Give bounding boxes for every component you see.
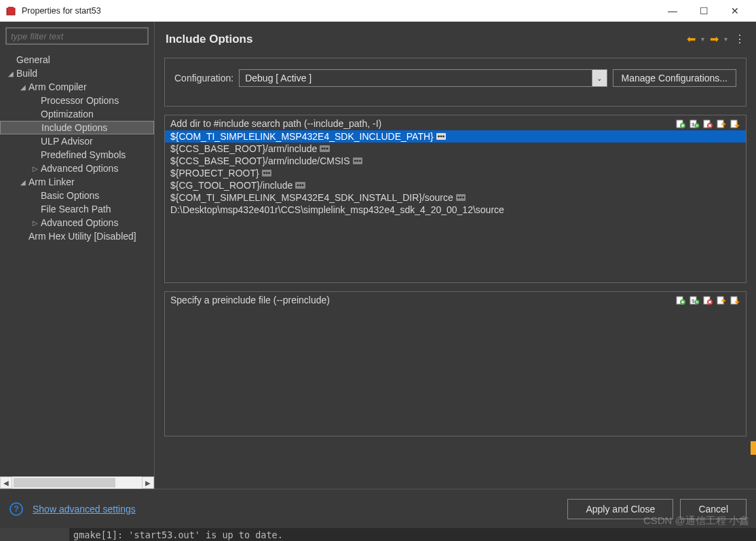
delete-icon[interactable] bbox=[702, 295, 713, 305]
nav-forward-menu[interactable]: ▾ bbox=[724, 35, 727, 43]
sidebar: General◢Build◢Arm CompilerProcessor Opti… bbox=[0, 22, 155, 489]
list-item-text: ${COM_TI_SIMPLELINK_MSP432E4_SDK_INCLUDE… bbox=[170, 131, 434, 142]
tree-item[interactable]: Basic Options bbox=[0, 189, 154, 202]
help-icon[interactable]: ? bbox=[10, 502, 23, 516]
tree-item-label: Processor Options bbox=[41, 95, 119, 106]
add-variable-icon[interactable]: $ bbox=[689, 295, 700, 305]
list-item[interactable]: ${COM_TI_SIMPLELINK_MSP432E4_SDK_INSTALL… bbox=[165, 191, 746, 204]
tree-item[interactable]: ◢Build bbox=[0, 67, 154, 80]
move-up-icon[interactable] bbox=[716, 295, 727, 305]
expand-arrow-icon[interactable]: ◢ bbox=[19, 179, 27, 186]
tree-item-label: Advanced Options bbox=[41, 217, 118, 228]
browse-badge-icon: ▪▪▪ bbox=[320, 145, 330, 152]
list-item-text: ${COM_TI_SIMPLELINK_MSP432E4_SDK_INSTALL… bbox=[170, 192, 453, 203]
tree-item[interactable]: ▷Advanced Options bbox=[0, 216, 154, 229]
preinclude-list[interactable] bbox=[165, 307, 746, 436]
tree-item-label: ULP Advisor bbox=[41, 136, 93, 147]
nav-back-menu[interactable]: ▾ bbox=[701, 35, 704, 43]
close-button[interactable]: ✕ bbox=[719, 0, 751, 22]
configuration-value: Debug [ Active ] bbox=[239, 69, 592, 87]
tree-item[interactable]: File Search Path bbox=[0, 202, 154, 216]
tree-item[interactable]: Optimization bbox=[0, 107, 154, 121]
tree-item-label: Build bbox=[16, 68, 37, 79]
expand-arrow-icon[interactable]: ◢ bbox=[7, 70, 15, 77]
expand-arrow-icon[interactable]: ◢ bbox=[19, 83, 27, 91]
add-variable-icon[interactable]: $ bbox=[689, 118, 700, 129]
svg-text:$: $ bbox=[692, 122, 695, 128]
svg-rect-0 bbox=[7, 8, 15, 15]
configuration-group: Configuration: Debug [ Active ] ⌄ Manage… bbox=[164, 58, 746, 107]
tree-item-label: Arm Compiler bbox=[29, 81, 87, 92]
filter-box[interactable] bbox=[5, 27, 149, 45]
tree-item-label: Include Options bbox=[41, 122, 107, 133]
tree-item[interactable]: ◢Arm Linker bbox=[0, 175, 154, 189]
svg-rect-2 bbox=[8, 7, 14, 9]
list-item-text: D:\Desktop\msp432e401r\CCS\simplelink_ms… bbox=[170, 204, 504, 215]
maximize-button[interactable]: ☐ bbox=[688, 0, 719, 22]
list-item-text: ${CCS_BASE_ROOT}/arm/include bbox=[170, 143, 317, 154]
dialog-footer: ? Show advanced settings Apply and Close… bbox=[0, 489, 756, 528]
nav-back-icon[interactable]: ⬅ bbox=[684, 31, 698, 47]
console-text: gmake[1]: 'start53.out' is up to date. bbox=[69, 529, 283, 540]
list-item[interactable]: ${PROJECT_ROOT}▪▪▪ bbox=[165, 167, 746, 179]
add-icon[interactable] bbox=[675, 118, 686, 129]
tree-item-label: File Search Path bbox=[41, 204, 111, 214]
tree-item[interactable]: ULP Advisor bbox=[0, 134, 154, 148]
scroll-right-button[interactable]: ▶ bbox=[142, 477, 154, 489]
minimize-button[interactable]: — bbox=[657, 0, 688, 22]
tree-item-label: Arm Hex Utility [Disabled] bbox=[29, 231, 136, 242]
page-title: Include Options bbox=[166, 33, 683, 46]
move-down-icon[interactable] bbox=[730, 295, 740, 305]
tree-item[interactable]: Processor Options bbox=[0, 94, 154, 107]
tree-item[interactable]: General bbox=[0, 53, 154, 67]
list-item[interactable]: ${COM_TI_SIMPLELINK_MSP432E4_SDK_INCLUDE… bbox=[165, 130, 746, 143]
browse-badge-icon: ▪▪▪ bbox=[262, 170, 272, 176]
console-gutter bbox=[0, 528, 69, 541]
cancel-button[interactable]: Cancel bbox=[680, 499, 746, 519]
svg-text:$: $ bbox=[692, 298, 695, 304]
apply-close-button[interactable]: Apply and Close bbox=[567, 499, 673, 519]
scroll-left-button[interactable]: ◀ bbox=[0, 477, 12, 489]
list-item-text: ${CCS_BASE_ROOT}/arm/include/CMSIS bbox=[170, 155, 350, 166]
filter-input[interactable] bbox=[11, 31, 143, 41]
nav-tree: General◢Build◢Arm CompilerProcessor Opti… bbox=[0, 50, 154, 477]
tree-item[interactable]: Arm Hex Utility [Disabled] bbox=[0, 229, 154, 243]
include-path-title: Add dir to #include search path (--inclu… bbox=[170, 118, 675, 129]
tree-item-label: Advanced Options bbox=[41, 163, 118, 174]
nav-forward-icon[interactable]: ➡ bbox=[707, 31, 721, 47]
list-item[interactable]: ${CCS_BASE_ROOT}/arm/include▪▪▪ bbox=[165, 143, 746, 155]
include-path-list[interactable]: ${COM_TI_SIMPLELINK_MSP432E4_SDK_INCLUDE… bbox=[165, 130, 746, 282]
configuration-label: Configuration: bbox=[174, 73, 233, 83]
sidebar-scrollbar[interactable]: ◀ ▶ bbox=[0, 477, 154, 489]
delete-icon[interactable] bbox=[702, 118, 713, 129]
tree-item[interactable]: Predefined Symbols bbox=[0, 148, 154, 162]
tree-item[interactable]: ◢Arm Compiler bbox=[0, 80, 154, 94]
configuration-select[interactable]: Debug [ Active ] ⌄ bbox=[239, 69, 607, 87]
expand-arrow-icon[interactable]: ▷ bbox=[31, 219, 39, 227]
edge-tab bbox=[751, 441, 756, 455]
tree-item-label: General bbox=[16, 54, 50, 65]
tree-item-label: Arm Linker bbox=[29, 176, 75, 187]
chevron-down-icon[interactable]: ⌄ bbox=[592, 69, 607, 87]
tree-item[interactable]: Include Options bbox=[0, 121, 154, 134]
list-item[interactable]: ${CCS_BASE_ROOT}/arm/include/CMSIS▪▪▪ bbox=[165, 155, 746, 167]
tree-item[interactable]: ▷Advanced Options bbox=[0, 162, 154, 175]
add-icon[interactable] bbox=[675, 295, 686, 305]
move-down-icon[interactable] bbox=[730, 118, 740, 129]
view-menu-icon[interactable]: ⋮ bbox=[734, 33, 745, 45]
include-path-panel: Add dir to #include search path (--inclu… bbox=[164, 115, 746, 283]
preinclude-title: Specify a preinclude file (--preinclude) bbox=[170, 295, 675, 305]
window-titlebar: Properties for start53 — ☐ ✕ bbox=[0, 0, 756, 22]
manage-configurations-button[interactable]: Manage Configurations... bbox=[613, 69, 736, 87]
browse-badge-icon: ▪▪▪ bbox=[353, 157, 363, 164]
list-item-text: ${CG_TOOL_ROOT}/include bbox=[170, 180, 292, 191]
move-up-icon[interactable] bbox=[716, 118, 727, 129]
main-panel: Include Options ⬅ ▾ ➡ ▾ ⋮ Configuration:… bbox=[155, 22, 756, 489]
list-item-text: ${PROJECT_ROOT} bbox=[170, 168, 259, 179]
list-item[interactable]: ${CG_TOOL_ROOT}/include▪▪▪ bbox=[165, 179, 746, 191]
expand-arrow-icon[interactable]: ▷ bbox=[31, 165, 39, 172]
scroll-thumb[interactable] bbox=[14, 478, 115, 487]
browse-badge-icon: ▪▪▪ bbox=[436, 133, 447, 140]
show-advanced-link[interactable]: Show advanced settings bbox=[33, 504, 136, 515]
list-item[interactable]: D:\Desktop\msp432e401r\CCS\simplelink_ms… bbox=[165, 204, 746, 216]
